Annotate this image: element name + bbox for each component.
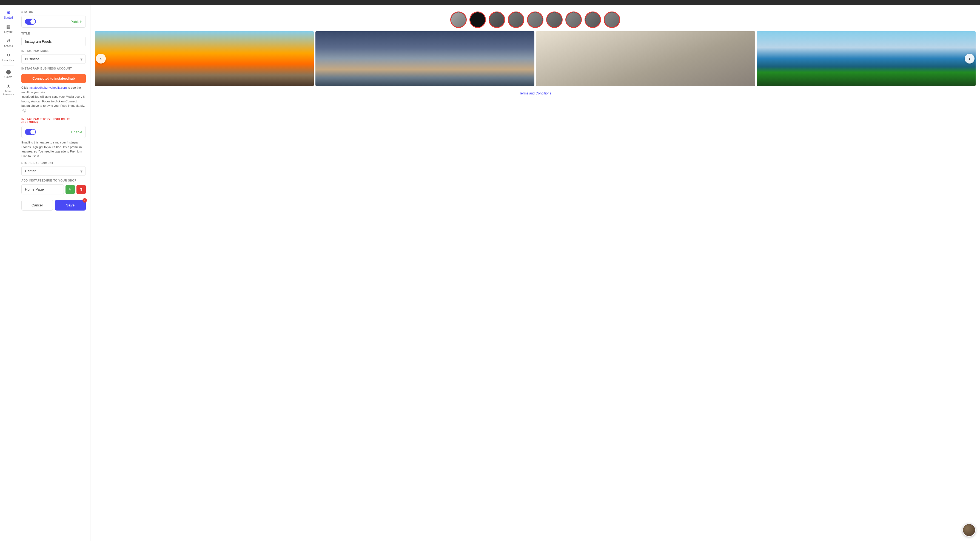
save-button[interactable]: Save 1 — [55, 200, 86, 211]
story-circle-6[interactable] — [546, 11, 563, 28]
story-circle-2[interactable] — [469, 11, 486, 28]
photo-grid: ‹ › — [95, 31, 975, 86]
sidebar-item-layout[interactable]: ▦ Layout — [0, 21, 17, 36]
stories-alignment-select[interactable]: Center Left Right — [21, 166, 86, 176]
save-badge: 1 — [83, 198, 87, 203]
main-content: ‹ › Terms and Conditions — [91, 5, 980, 541]
photo-item-2[interactable] — [315, 31, 535, 86]
stories-alignment-wrapper: Center Left Right — [21, 166, 86, 176]
story-circle-3[interactable] — [488, 11, 505, 28]
shop-link[interactable]: instafeedhub.myshopify.com — [29, 86, 67, 89]
sidebar-divider — [3, 65, 14, 65]
photo-item-1[interactable] — [95, 31, 314, 86]
instagram-mode-select[interactable]: Business Personal Creator — [21, 54, 86, 64]
carousel-prev-button[interactable]: ‹ — [96, 54, 106, 63]
instagram-mode-label: INSTAGRAM MODE — [21, 49, 86, 52]
help-icon: ⓪ — [22, 109, 26, 113]
layout-icon: ▦ — [5, 24, 11, 30]
sidebar: ⚙ Started ▦ Layout ↺ Actions ↻ Insta Syn… — [0, 5, 17, 541]
avatar-image — [963, 524, 975, 536]
connected-button[interactable]: Connected to instafeedhub — [21, 74, 86, 83]
footer: Terms and Conditions — [95, 86, 975, 101]
add-to-shop-label: ADD INSTAFEEDHUB TO YOUR SHOP — [21, 179, 86, 182]
title-input[interactable] — [21, 36, 86, 46]
story-circle-5[interactable] — [527, 11, 543, 28]
edit-shop-button[interactable]: ✎ — [65, 185, 75, 194]
star-icon: ★ — [5, 83, 11, 89]
premium-toggle-row: Enable — [21, 126, 86, 138]
colors-icon: ⬤ — [5, 69, 11, 75]
shop-name-field: Home Page — [21, 184, 64, 194]
premium-label: INSTAGRAM STORY HIGHLIGHTS (PREMIUM) — [21, 118, 86, 124]
actions-icon: ↺ — [5, 38, 11, 44]
story-circle-4[interactable] — [508, 11, 524, 28]
publish-text: Publish — [70, 20, 82, 24]
delete-shop-button[interactable]: 🗑 — [76, 185, 86, 194]
info-click-text: Click — [21, 86, 29, 89]
cancel-button[interactable]: Cancel — [21, 200, 53, 211]
terms-link[interactable]: Terms and Conditions — [519, 92, 551, 95]
story-circle-8[interactable] — [585, 11, 601, 28]
enable-info: Enabling this feature to sync your Insta… — [21, 140, 86, 158]
enable-text: Enable — [71, 130, 82, 134]
photo-item-4[interactable] — [757, 31, 975, 86]
gear-icon: ⚙ — [5, 9, 11, 15]
info-text: Click instafeedhub.myshopify.com to see … — [21, 86, 86, 113]
story-circle-9[interactable] — [604, 11, 620, 28]
publish-toggle[interactable] — [25, 19, 36, 25]
stories-row — [95, 9, 975, 31]
shop-row: Home Page ✎ 🗑 — [21, 184, 86, 194]
panel-footer: Cancel Save 1 — [21, 200, 86, 215]
title-label: TITLE — [21, 32, 86, 35]
business-account-label: INSTAGRAM BUSINESS ACCOUNT — [21, 67, 86, 70]
story-circle-1[interactable] — [450, 11, 467, 28]
stories-alignment-label: STORIES ALIGNMENT — [21, 162, 86, 165]
sidebar-item-colors[interactable]: ⬤ Colors — [0, 67, 17, 81]
story-circle-7[interactable] — [565, 11, 582, 28]
premium-toggle[interactable] — [25, 129, 36, 135]
user-avatar[interactable] — [963, 524, 975, 536]
top-bar — [0, 0, 980, 5]
sync-icon: ↻ — [5, 52, 11, 58]
settings-panel: STATUS Publish TITLE INSTAGRAM MODE Busi… — [17, 5, 91, 541]
instagram-mode-wrapper: Business Personal Creator — [21, 54, 86, 64]
photo-item-3[interactable] — [536, 31, 755, 86]
carousel-next-button[interactable]: › — [965, 54, 975, 63]
sidebar-item-more-features[interactable]: ★ More Features — [0, 81, 17, 98]
sidebar-item-insta-sync[interactable]: ↻ Insta Sync — [0, 50, 17, 64]
sidebar-item-actions[interactable]: ↺ Actions — [0, 36, 17, 50]
status-row: Publish — [21, 16, 86, 28]
sidebar-item-started[interactable]: ⚙ Started — [0, 7, 17, 21]
status-section-label: STATUS — [21, 10, 86, 13]
